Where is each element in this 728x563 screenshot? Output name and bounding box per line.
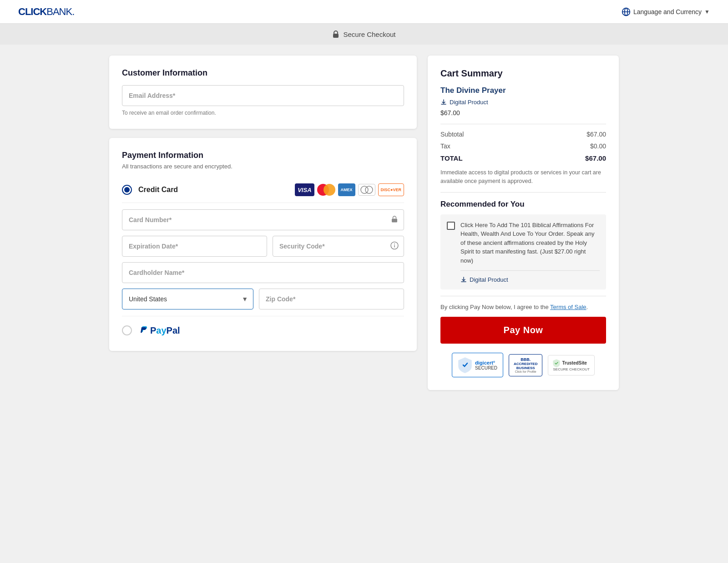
lang-currency-label: Language and Currency	[633, 8, 702, 15]
svg-point-4	[361, 186, 368, 193]
total-value: $67.00	[585, 154, 606, 162]
digicert-text: digicert° SECURED	[475, 360, 497, 370]
terms-text: By clicking Pay Now below, I agree to th…	[440, 304, 606, 310]
mastercard-icon	[317, 184, 335, 196]
email-input[interactable]	[122, 85, 404, 106]
right-panel: Cart Summary The Divine Prayer Digital P…	[428, 56, 619, 390]
recommended-title: Recommended for You	[440, 200, 606, 209]
left-panel: Customer Information To receive an email…	[109, 56, 417, 390]
card-number-wrapper	[122, 209, 404, 230]
recommended-checkbox[interactable]	[447, 222, 455, 230]
recommended-product: Digital Product	[460, 270, 600, 283]
svg-rect-3	[333, 34, 339, 38]
email-field-wrapper: To receive an email order confirmation.	[122, 85, 404, 116]
paypal-radio[interactable]	[122, 325, 132, 335]
card-icons: VISA AMEX DISC●VER	[295, 183, 404, 196]
expiry-input[interactable]	[122, 236, 267, 257]
visa-icon: VISA	[295, 183, 314, 196]
bbb-profile: Click for Profile	[514, 370, 537, 373]
access-note: Immediate access to digital products or …	[440, 168, 606, 186]
paypal-logo: PayPal	[138, 325, 180, 336]
secure-banner: Secure Checkout	[0, 24, 728, 45]
payment-info-title: Payment Information	[122, 151, 404, 160]
credit-card-radio[interactable]	[122, 185, 132, 195]
paypal-icon	[138, 325, 148, 336]
download-icon	[440, 99, 447, 106]
lock-icon	[332, 30, 339, 38]
divider-1	[440, 124, 606, 124]
chevron-down-icon: ▼	[704, 9, 710, 15]
customer-info-card: Customer Information To receive an email…	[109, 56, 417, 129]
country-select[interactable]: United States Canada United Kingdom	[122, 289, 253, 309]
terms-of-sale-link[interactable]: Terms of Sale	[550, 304, 586, 310]
trust-badges: digicert° SECURED BBB. ACCREDITED BUSINE…	[440, 353, 606, 377]
check-shield-icon	[553, 359, 560, 367]
download-icon-2	[460, 277, 467, 283]
payment-info-subtitle: All transactions are secure and encrypte…	[122, 163, 404, 170]
product-name: The Divine Prayer	[440, 86, 606, 95]
bbb-badge[interactable]: BBB. ACCREDITED BUSINESS Click for Profi…	[509, 354, 542, 376]
amex-icon: AMEX	[338, 183, 355, 196]
subtotal-value: $67.00	[586, 131, 606, 138]
terms-prefix: By clicking Pay Now below, I agree to th…	[440, 304, 550, 310]
country-select-wrapper: United States Canada United Kingdom ▼	[122, 289, 253, 309]
svg-point-9	[394, 243, 395, 244]
digicert-badge: digicert° SECURED	[452, 353, 503, 377]
email-hint: To receive an email order confirmation.	[122, 110, 404, 116]
cc-form: United States Canada United Kingdom ▼	[122, 209, 404, 316]
zip-input[interactable]	[259, 289, 404, 309]
card-number-input[interactable]	[122, 209, 404, 230]
subtotal-label: Subtotal	[440, 131, 464, 138]
credit-card-label: Credit Card	[138, 186, 178, 194]
terms-suffix: .	[586, 304, 588, 310]
credit-card-option[interactable]: Credit Card VISA AMEX DISC●VER	[122, 177, 404, 203]
country-zip-row: United States Canada United Kingdom ▼	[122, 289, 404, 309]
discover-icon: DISC●VER	[378, 183, 404, 196]
globe-icon	[622, 7, 631, 16]
logo: CLICKBANK.	[18, 6, 74, 18]
bbb-line1: BBB.	[514, 357, 537, 362]
total-label: TOTAL	[440, 154, 463, 162]
language-currency-button[interactable]: Language and Currency ▼	[622, 7, 710, 16]
pay-now-button[interactable]: Pay Now	[440, 317, 606, 344]
divider-3	[440, 296, 606, 296]
cardholder-name-input[interactable]	[122, 262, 404, 283]
header: CLICKBANK. Language and Currency ▼	[0, 0, 728, 24]
trusted-site-badge: TrustedSite SECURE CHECKOUT	[548, 355, 594, 375]
recommended-digital-label: Digital Product	[470, 276, 508, 283]
info-icon	[390, 242, 399, 251]
recommended-text: Click Here To Add The 101 Biblical Affir…	[460, 221, 600, 265]
recommended-box: Click Here To Add The 101 Biblical Affir…	[440, 214, 606, 290]
secure-banner-text: Secure Checkout	[343, 30, 395, 38]
cart-title: Cart Summary	[440, 68, 606, 79]
logo-click: CLICK	[18, 6, 46, 18]
tax-row: Tax $0.00	[440, 142, 606, 150]
paypal-text: PayPal	[150, 325, 180, 336]
digital-label: Digital Product	[450, 99, 488, 106]
subtotal-row: Subtotal $67.00	[440, 131, 606, 138]
cart-card: Cart Summary The Divine Prayer Digital P…	[428, 56, 619, 390]
expiry-cvv-row	[122, 236, 404, 257]
recommended-content: Click Here To Add The 101 Biblical Affir…	[460, 221, 600, 284]
bbb-business: BUSINESS	[514, 366, 537, 370]
product-price: $67.00	[440, 109, 606, 117]
digital-badge: Digital Product	[440, 99, 606, 106]
svg-point-5	[365, 186, 373, 193]
logo-bank: BANK.	[46, 6, 74, 18]
trusted-site-sublabel: SECURE CHECKOUT	[553, 367, 589, 371]
svg-rect-6	[392, 219, 397, 223]
lock-card-icon	[390, 215, 399, 225]
tax-label: Tax	[440, 142, 450, 150]
customer-info-title: Customer Information	[122, 68, 404, 78]
cvv-input[interactable]	[273, 236, 404, 257]
main-content: Customer Information To receive an email…	[91, 45, 637, 401]
diners-icon	[358, 184, 375, 196]
divider-2	[440, 192, 606, 193]
tax-value: $0.00	[590, 142, 606, 150]
total-row: TOTAL $67.00	[440, 154, 606, 162]
bbb-accredited: ACCREDITED	[514, 362, 537, 366]
digicert-icon	[458, 357, 472, 373]
payment-info-card: Payment Information All transactions are…	[109, 138, 417, 351]
trusted-site-label: TrustedSite	[562, 360, 586, 365]
paypal-option[interactable]: PayPal	[122, 316, 404, 338]
